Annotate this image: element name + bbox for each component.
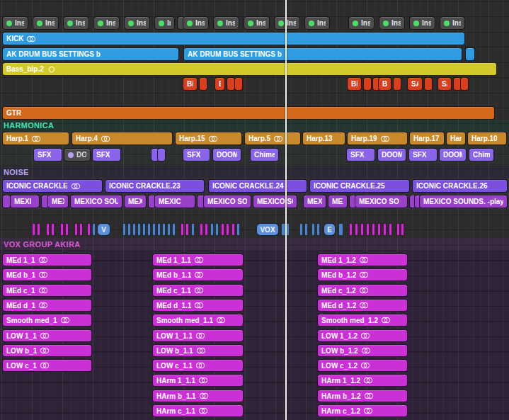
crackle-lane-region[interactable]: ICONIC CRACKLE.25 xyxy=(309,179,410,193)
sfx-lane-region[interactable]: SFX xyxy=(408,148,437,161)
blue-note-bar[interactable] xyxy=(142,223,146,236)
blue-note-bar[interactable] xyxy=(127,223,131,236)
vox-marker-pill[interactable]: V xyxy=(97,223,110,236)
bass-lane-region[interactable]: Bass_bip.2 xyxy=(2,62,497,76)
blue-note-bar[interactable] xyxy=(122,223,126,236)
magenta-note-bar[interactable] xyxy=(60,223,64,236)
magenta-note-bar[interactable] xyxy=(349,223,353,236)
instrument-lane-region[interactable]: Inst xyxy=(124,16,150,30)
blue-note-bar[interactable] xyxy=(236,223,240,236)
sfx-lane-region[interactable]: DOOM xyxy=(212,148,241,161)
crackle-lane-region[interactable]: ICONIC CRACKLE.23 xyxy=(105,179,205,193)
sfx-lane-region[interactable]: DO xyxy=(64,148,91,161)
kick-lane-region[interactable]: KICK xyxy=(2,32,465,45)
vox-marker-pill[interactable]: E xyxy=(324,223,336,236)
instrument-lane-region[interactable]: Inst xyxy=(93,16,120,30)
vox-region[interactable]: HArm 1_1.2 xyxy=(317,374,408,387)
fills-lane-region[interactable]: Bill xyxy=(183,77,198,91)
magenta-note-bar[interactable] xyxy=(32,223,35,236)
magenta-note-bar[interactable] xyxy=(221,223,224,236)
blue-note-bar[interactable] xyxy=(92,223,96,236)
magenta-note-bar[interactable] xyxy=(372,223,375,236)
sfx-lane-region[interactable]: DOOM xyxy=(377,148,406,161)
vox-region[interactable]: MEd b_1.2 xyxy=(317,268,408,281)
instrument-lane-region[interactable]: Inst xyxy=(274,16,300,30)
instrument-lane-region[interactable]: In xyxy=(154,16,175,30)
mexico-lane-region[interactable]: MEX xyxy=(47,195,69,208)
magenta-note-bar[interactable] xyxy=(377,223,381,236)
vox-marker-pill[interactable]: VOX xyxy=(256,223,279,236)
fills-lane-region[interactable] xyxy=(460,77,469,91)
vox-region[interactable]: MEd 1_1.2 xyxy=(317,254,408,266)
magenta-note-bar[interactable] xyxy=(181,223,184,236)
magenta-note-bar[interactable] xyxy=(51,223,55,236)
fills-lane-region[interactable]: Bil xyxy=(215,77,225,91)
blue-note-bar[interactable] xyxy=(152,223,156,236)
blue-note-bar[interactable] xyxy=(137,223,141,236)
magenta-note-bar[interactable] xyxy=(396,223,400,236)
instrument-lane-region[interactable]: Inst xyxy=(63,16,89,30)
sfx-lane-region[interactable]: SFX xyxy=(183,148,210,161)
drum-bus-lane-region[interactable]: AK DRUM BUS SETTINGS b xyxy=(2,47,179,61)
mexico-lane-region[interactable]: MEXIC xyxy=(154,195,195,208)
instrument-lane-region[interactable]: Inst xyxy=(2,16,28,30)
gtr-lane-region[interactable]: GTR xyxy=(2,106,495,120)
vox-region[interactable]: LOW c_1.2 xyxy=(317,359,408,372)
fills-lane-region[interactable] xyxy=(199,77,207,91)
playhead[interactable] xyxy=(285,0,287,420)
blue-note-bar[interactable] xyxy=(210,223,214,236)
magenta-note-bar[interactable] xyxy=(185,223,189,236)
blue-note-bar[interactable] xyxy=(157,223,161,236)
instrument-lane-region[interactable]: Inst xyxy=(409,16,435,30)
blue-note-bar[interactable] xyxy=(132,223,136,236)
fills-lane-region[interactable]: SA xyxy=(407,77,423,91)
magenta-note-bar[interactable] xyxy=(366,223,370,236)
fills-lane-region[interactable] xyxy=(393,77,401,91)
magenta-note-bar[interactable] xyxy=(87,223,91,236)
mexico-lane-region[interactable]: MEXI xyxy=(10,195,40,208)
sfx-lane-region[interactable] xyxy=(157,148,166,161)
blue-note-bar[interactable] xyxy=(191,223,195,236)
blue-note-bar[interactable] xyxy=(338,223,343,236)
sfx-lane-region[interactable]: SFX xyxy=(346,148,375,161)
instrument-lane-region[interactable]: Inst xyxy=(213,16,239,30)
magenta-note-bar[interactable] xyxy=(79,223,83,236)
instrument-lane-region[interactable]: Inst xyxy=(379,16,405,30)
instrument-lane-region[interactable]: Inst xyxy=(348,16,374,30)
instrument-lane-region[interactable]: Inst xyxy=(304,16,330,30)
magenta-note-bar[interactable] xyxy=(360,223,364,236)
vox-region[interactable]: HArm c_1.2 xyxy=(317,404,408,417)
instrument-lane-region[interactable]: Inst xyxy=(244,16,270,30)
blue-note-bar[interactable] xyxy=(172,223,176,236)
mexico-lane-region[interactable]: MEXI xyxy=(303,195,326,208)
magenta-note-bar[interactable] xyxy=(401,223,404,236)
vox-region[interactable]: Smooth med_1.2 xyxy=(317,314,408,327)
mexico-lane-region[interactable]: MEXICO SOUNDS. -play xyxy=(419,195,508,208)
instrument-lane-region[interactable]: Inst xyxy=(183,16,209,30)
mexico-lane-region[interactable]: MEX xyxy=(124,195,147,208)
blue-note-bar[interactable] xyxy=(167,223,171,236)
crackle-lane-region[interactable]: ICONIC CRACKLE xyxy=(2,179,103,193)
fills-lane-region[interactable] xyxy=(424,77,433,91)
fills-lane-region[interactable]: Bil xyxy=(378,77,391,91)
sfx-lane-region[interactable]: SFX xyxy=(33,148,62,161)
harp-lane-region[interactable]: Harp.10 xyxy=(467,132,507,145)
sfx-lane-region[interactable]: Chim xyxy=(469,148,494,161)
magenta-note-bar[interactable] xyxy=(65,223,69,236)
instrument-lane-region[interactable]: Inst xyxy=(33,16,59,30)
fills-lane-region[interactable] xyxy=(234,77,243,91)
vox-region[interactable]: LOW b_1.2 xyxy=(317,344,408,357)
drum-bus-lane-region[interactable]: AK DRUM BUS SETTINGS b xyxy=(183,47,462,61)
crackle-lane-region[interactable]: ICONIC CRACKLE.24 xyxy=(208,179,307,193)
sfx-lane-region[interactable]: Chime xyxy=(250,148,279,161)
drum-bus-lane-region[interactable] xyxy=(465,47,475,61)
fills-lane-region[interactable]: SA xyxy=(437,77,452,91)
blue-note-bar[interactable] xyxy=(162,223,166,236)
harp-lane-region[interactable]: Harp.5 xyxy=(244,132,301,145)
fills-lane-region[interactable]: Bil xyxy=(347,77,362,91)
magenta-note-bar[interactable] xyxy=(200,223,203,236)
blue-note-bar[interactable] xyxy=(147,223,151,236)
blue-note-bar[interactable] xyxy=(316,223,320,236)
blue-note-bar[interactable] xyxy=(299,223,303,236)
magenta-note-bar[interactable] xyxy=(355,223,358,236)
